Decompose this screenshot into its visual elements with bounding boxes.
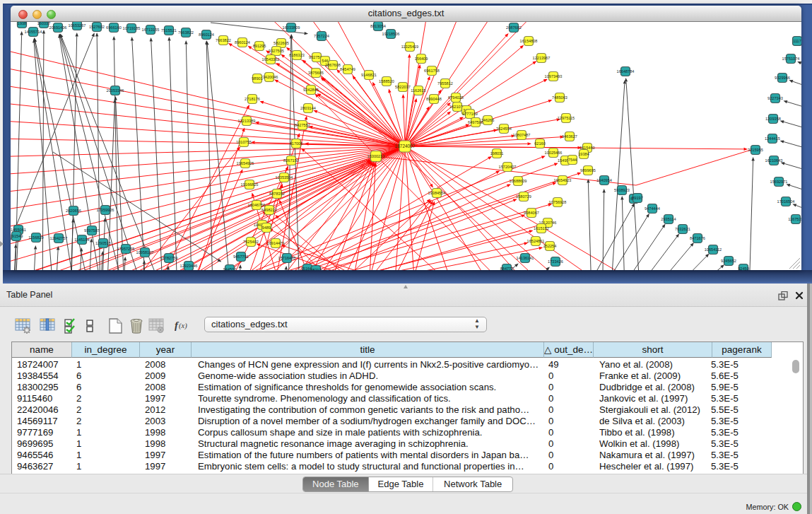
svg-text:1209358: 1209358	[765, 117, 781, 121]
svg-text:17016504: 17016504	[777, 199, 795, 204]
svg-text:3215955: 3215955	[748, 148, 763, 152]
svg-text:12353594: 12353594	[276, 175, 293, 180]
svg-text:10688609: 10688609	[510, 179, 527, 183]
svg-text:10807487: 10807487	[513, 133, 531, 137]
svg-text:2935114: 2935114	[661, 217, 676, 221]
svg-text:1010755: 1010755	[236, 140, 252, 144]
svg-text:884772: 884772	[500, 267, 514, 270]
svg-text:746266: 746266	[481, 118, 495, 122]
svg-text:16210643: 16210643	[765, 158, 783, 163]
svg-text:8990448: 8990448	[426, 97, 442, 101]
svg-text:7663822: 7663822	[216, 38, 231, 42]
svg-text:19654925: 19654925	[237, 161, 254, 165]
svg-text:62160: 62160	[534, 141, 546, 146]
svg-text:16046756: 16046756	[248, 203, 266, 207]
svg-text:9245652: 9245652	[721, 259, 736, 263]
svg-text:7515521: 7515521	[161, 28, 177, 33]
svg-text:16543362: 16543362	[262, 57, 280, 62]
svg-text:17359926: 17359926	[97, 208, 114, 212]
svg-text:198031: 198031	[490, 151, 504, 156]
svg-text:9397587: 9397587	[84, 228, 100, 233]
svg-text:391549: 391549	[11, 234, 23, 238]
svg-text:15716485: 15716485	[278, 256, 296, 260]
svg-text:98901: 98901	[252, 76, 263, 81]
svg-text:9457791: 9457791	[233, 255, 249, 259]
svg-text:16914479: 16914479	[267, 241, 285, 245]
svg-text:9777169: 9777169	[462, 112, 478, 116]
svg-text:16033809: 16033809	[283, 25, 300, 30]
svg-text:7357224: 7357224	[314, 34, 329, 38]
svg-text:7955812: 7955812	[437, 81, 453, 86]
svg-text:1615152: 1615152	[534, 226, 549, 230]
svg-text:2803144: 2803144	[300, 106, 316, 110]
svg-text:1244415: 1244415	[765, 136, 780, 141]
svg-text:1145194: 1145194	[74, 238, 89, 242]
svg-text:1167533: 1167533	[788, 217, 801, 221]
svg-text:14136141: 14136141	[517, 256, 534, 260]
svg-text:2867608: 2867608	[325, 63, 341, 67]
svg-text:19218506: 19218506	[382, 32, 400, 36]
svg-text:11325419: 11325419	[401, 45, 418, 49]
svg-text:3875685: 3875685	[308, 71, 324, 75]
svg-text:891295: 891295	[253, 44, 266, 48]
svg-text:12213389: 12213389	[238, 119, 256, 123]
svg-text:16154808: 16154808	[520, 39, 538, 43]
svg-text:89197: 89197	[632, 196, 643, 200]
svg-text:6966160: 6966160	[106, 25, 122, 30]
svg-text:10958107: 10958107	[136, 250, 154, 255]
svg-text:1580729: 1580729	[516, 194, 531, 199]
svg-text:944502: 944502	[223, 267, 237, 270]
svg-text:9489: 9489	[262, 226, 271, 230]
svg-text:6498222: 6498222	[261, 208, 277, 212]
svg-text:2087682: 2087682	[506, 25, 522, 30]
svg-text:1527602: 1527602	[89, 25, 105, 29]
svg-text:252254: 252254	[543, 244, 557, 248]
svg-text:9146821: 9146821	[361, 73, 377, 77]
svg-text:5822037: 5822037	[395, 85, 411, 89]
svg-text:12923446: 12923446	[180, 264, 198, 268]
svg-text:10653267: 10653267	[69, 23, 86, 28]
svg-text:6961758: 6961758	[424, 69, 440, 73]
svg-text:10654112: 10654112	[705, 247, 722, 252]
svg-text:8960124: 8960124	[235, 40, 250, 45]
svg-text:16713155: 16713155	[142, 28, 160, 32]
svg-text:5822605: 5822605	[273, 41, 289, 45]
svg-text:9463627: 9463627	[562, 134, 577, 139]
svg-text:156409: 156409	[415, 57, 428, 61]
svg-text:9227343: 9227343	[767, 96, 783, 100]
svg-text:1117: 1117	[793, 39, 801, 43]
svg-text:8454749: 8454749	[340, 67, 355, 71]
svg-text:1733426: 1733426	[548, 259, 563, 264]
svg-text:5938923: 5938923	[614, 188, 630, 192]
svg-text:15692971: 15692971	[770, 180, 788, 184]
svg-text:8427552: 8427552	[295, 123, 310, 127]
svg-text:12942757: 12942757	[50, 236, 68, 240]
svg-text:3624554: 3624554	[496, 127, 512, 131]
svg-text:16524851: 16524851	[527, 239, 545, 243]
svg-text:16782759: 16782759	[160, 256, 178, 260]
svg-text:8471676: 8471676	[690, 236, 705, 240]
svg-text:10973493: 10973493	[545, 74, 563, 78]
svg-text:2718176: 2718176	[245, 97, 260, 101]
svg-text:98213: 98213	[310, 268, 322, 270]
svg-text:19166825: 19166825	[241, 182, 259, 187]
svg-text:9242845: 9242845	[303, 88, 319, 92]
svg-text:8267150: 8267150	[283, 158, 299, 163]
svg-text:6794028: 6794028	[448, 95, 464, 100]
svg-text:1156829: 1156829	[28, 235, 43, 240]
svg-text:1640954: 1640954	[596, 178, 612, 182]
svg-text:20053346: 20053346	[107, 88, 124, 93]
svg-text:23420046: 23420046	[261, 75, 278, 79]
svg-text:417006: 417006	[290, 141, 303, 146]
svg-text:10719185: 10719185	[123, 26, 141, 30]
svg-text:9474444: 9474444	[645, 206, 660, 211]
svg-text:14055714: 14055714	[25, 30, 42, 34]
svg-text:8878352: 8878352	[269, 192, 285, 196]
svg-text:7663822: 7663822	[178, 30, 194, 35]
svg-text:7485063: 7485063	[552, 95, 567, 100]
svg-text:19384554: 19384554	[428, 191, 446, 195]
svg-text:19654923: 19654923	[554, 178, 572, 182]
svg-text:2020656: 2020656	[66, 209, 81, 213]
svg-text:1162615: 1162615	[411, 88, 425, 93]
svg-text:19384: 19384	[578, 152, 589, 156]
